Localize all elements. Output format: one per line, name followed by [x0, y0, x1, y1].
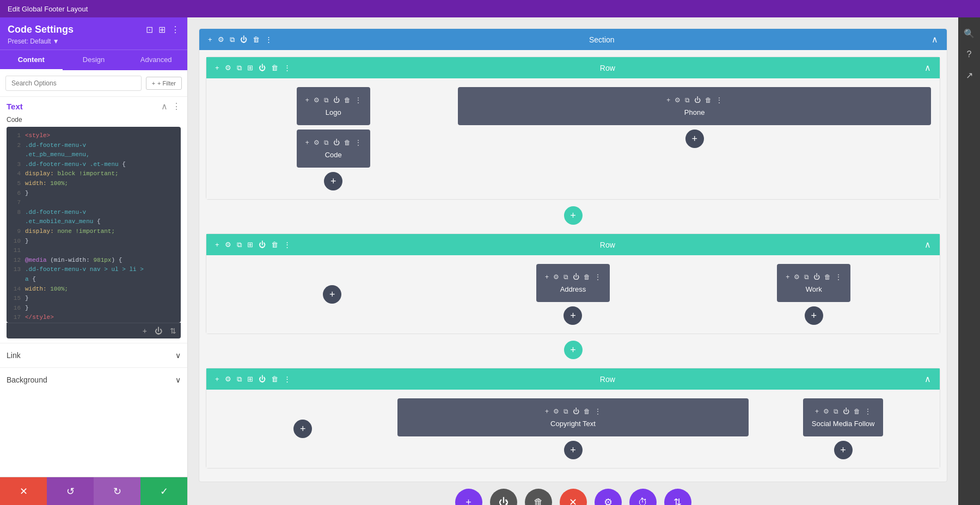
copyright-add-btn[interactable]: +	[564, 441, 583, 459]
section-collapse-icon[interactable]: ∧	[932, 34, 938, 45]
row3-grid-icon[interactable]: ⊞	[247, 375, 253, 383]
row1-delete-icon[interactable]: 🗑	[271, 64, 278, 72]
redo-button[interactable]: ↻	[94, 477, 140, 505]
code-copy-icon[interactable]: ⧉	[324, 139, 329, 146]
phone-settings-icon[interactable]: ⚙	[675, 96, 681, 104]
copyright-settings-icon[interactable]: ⚙	[553, 408, 559, 415]
copyright-copy-icon[interactable]: ⧉	[564, 408, 568, 415]
copyright-add-icon[interactable]: +	[545, 408, 549, 415]
phone-delete-icon[interactable]: 🗑	[705, 96, 712, 104]
logo-more-icon[interactable]: ⋮	[355, 96, 362, 104]
tab-design[interactable]: Design	[63, 50, 125, 70]
logo-power-icon[interactable]: ⏻	[333, 96, 340, 104]
social-power-icon[interactable]: ⏻	[843, 408, 849, 415]
row1-collapse-icon[interactable]: ∧	[924, 63, 931, 73]
phone-col-add-btn[interactable]: +	[685, 130, 704, 148]
split-icon[interactable]: ⊞	[158, 24, 166, 35]
power-code-icon[interactable]: ⏻	[155, 327, 162, 335]
work-module[interactable]: + ⚙ ⧉ ⏻ 🗑 ⋮ Work	[777, 264, 850, 302]
section-add-icon[interactable]: +	[208, 35, 212, 44]
phone-more-icon[interactable]: ⋮	[716, 96, 722, 104]
work-add-icon[interactable]: +	[786, 273, 789, 281]
more-icon[interactable]: ⋮	[171, 24, 180, 35]
float-power-btn[interactable]: ⏻	[490, 489, 517, 505]
row2-collapse-icon[interactable]: ∧	[924, 239, 931, 250]
row2-settings-icon[interactable]: ⚙	[225, 241, 231, 249]
logo-copy-icon[interactable]: ⧉	[324, 96, 329, 104]
expand-icon-right[interactable]: ↗	[966, 70, 973, 81]
row2-grid-icon[interactable]: ⊞	[247, 241, 253, 249]
section-copy-icon[interactable]: ⧉	[230, 35, 235, 44]
row3-more-icon[interactable]: ⋮	[284, 375, 291, 383]
work-power-icon[interactable]: ⏻	[813, 273, 820, 281]
row3-copy-icon[interactable]: ⧉	[237, 375, 242, 384]
code-delete-icon[interactable]: 🗑	[344, 139, 351, 146]
row3-power-icon[interactable]: ⏻	[259, 375, 266, 383]
filter-button[interactable]: + + Filter	[146, 77, 182, 90]
row3-add-icon[interactable]: +	[215, 375, 219, 383]
add-row2-btn[interactable]: +	[564, 341, 583, 359]
cancel-button[interactable]: ✕	[0, 477, 47, 505]
work-delete-icon[interactable]: 🗑	[824, 273, 831, 281]
row3-collapse-icon[interactable]: ∧	[924, 374, 931, 384]
collapse-icon[interactable]: ∧	[161, 101, 168, 112]
code-editor[interactable]: 1<style> 2 .dd-footer-menu-v .et_pb_menu…	[7, 127, 181, 338]
float-close-btn[interactable]: ✕	[560, 489, 587, 505]
work-copy-icon[interactable]: ⧉	[804, 273, 809, 281]
work-settings-icon[interactable]: ⚙	[794, 273, 800, 281]
row2-empty-add-btn[interactable]: +	[323, 285, 341, 304]
code-settings-icon[interactable]: ⚙	[314, 139, 320, 146]
float-history-btn[interactable]: ⏱	[629, 489, 657, 505]
reorder-code-icon[interactable]: ⇅	[170, 327, 176, 335]
social-delete-icon[interactable]: 🗑	[854, 408, 860, 415]
address-settings-icon[interactable]: ⚙	[553, 273, 559, 281]
help-icon-right[interactable]: ?	[967, 50, 972, 59]
logo-col-add-btn[interactable]: +	[324, 172, 342, 190]
row3-delete-icon[interactable]: 🗑	[271, 375, 278, 383]
address-delete-icon[interactable]: 🗑	[584, 273, 590, 281]
logo-settings-icon[interactable]: ⚙	[314, 96, 320, 104]
address-add-icon[interactable]: +	[545, 273, 549, 281]
logo-delete-icon[interactable]: 🗑	[344, 96, 351, 104]
sidebar-preset[interactable]: Preset: Default ▼	[8, 38, 180, 45]
row2-power-icon[interactable]: ⏻	[259, 241, 266, 249]
search-input[interactable]	[5, 76, 142, 91]
float-delete-btn[interactable]: 🗑	[525, 489, 552, 505]
float-settings-btn[interactable]: ⚙	[595, 489, 622, 505]
address-copy-icon[interactable]: ⧉	[564, 273, 568, 281]
phone-power-icon[interactable]: ⏻	[694, 96, 701, 104]
phone-module[interactable]: + ⚙ ⧉ ⏻ 🗑 ⋮ Phone	[458, 87, 931, 125]
tab-advanced[interactable]: Advanced	[125, 50, 187, 70]
address-power-icon[interactable]: ⏻	[573, 273, 579, 281]
social-add-icon[interactable]: +	[815, 408, 819, 415]
row1-grid-icon[interactable]: ⊞	[247, 64, 253, 72]
copyright-more-icon[interactable]: ⋮	[595, 408, 601, 415]
window-icon[interactable]: ⊡	[146, 24, 153, 35]
section-more-icon[interactable]: ⋮	[265, 35, 272, 44]
social-more-icon[interactable]: ⋮	[865, 408, 871, 415]
social-copy-icon[interactable]: ⧉	[834, 408, 838, 415]
work-add-btn[interactable]: +	[805, 306, 823, 325]
logo-module[interactable]: + ⚙ ⧉ ⏻ 🗑 ⋮ Logo	[297, 87, 370, 125]
search-icon-right[interactable]: 🔍	[964, 28, 975, 39]
section-power-icon[interactable]: ⏻	[240, 35, 247, 44]
phone-add-icon[interactable]: +	[666, 96, 670, 104]
copyright-module[interactable]: + ⚙ ⧉ ⏻ 🗑 ⋮ Copyright Text	[397, 398, 749, 436]
row1-power-icon[interactable]: ⏻	[259, 64, 266, 72]
row2-more-icon[interactable]: ⋮	[284, 241, 291, 249]
code-more-icon[interactable]: ⋮	[355, 139, 362, 146]
accordion-background-header[interactable]: Background ∨	[0, 368, 187, 392]
add-code-icon[interactable]: +	[143, 327, 147, 335]
row2-copy-icon[interactable]: ⧉	[237, 241, 242, 249]
social-module[interactable]: + ⚙ ⧉ ⏻ 🗑 ⋮ Social Media Follow	[803, 398, 884, 436]
more-section-icon[interactable]: ⋮	[172, 101, 181, 112]
float-layout-btn[interactable]: ⇅	[664, 489, 691, 505]
row2-add-icon[interactable]: +	[215, 241, 219, 249]
accordion-link-header[interactable]: Link ∨	[0, 343, 187, 367]
code-module[interactable]: + ⚙ ⧉ ⏻ 🗑 ⋮ Code	[297, 130, 370, 168]
float-add-btn[interactable]: +	[455, 489, 482, 505]
section-delete-icon[interactable]: 🗑	[253, 35, 260, 44]
save-button[interactable]: ✓	[140, 477, 187, 505]
row1-settings-icon[interactable]: ⚙	[225, 64, 231, 72]
social-settings-icon[interactable]: ⚙	[823, 408, 829, 415]
